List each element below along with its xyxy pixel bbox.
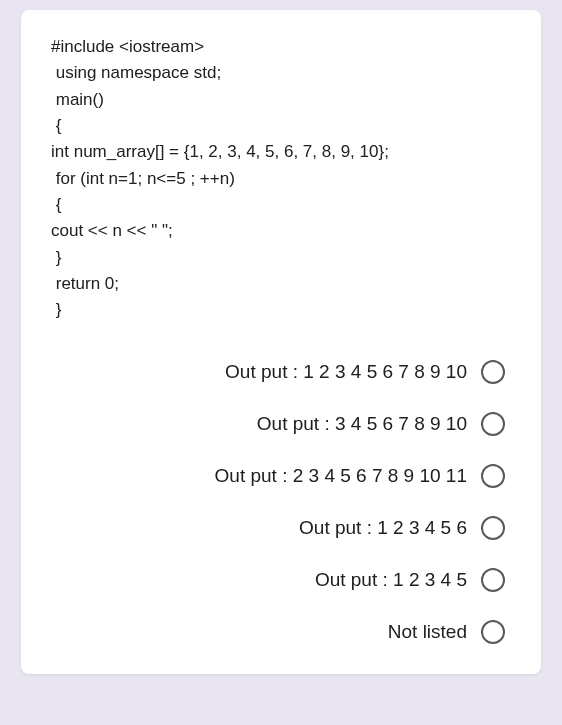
option-item[interactable]: Out put : 1 2 3 4 5: [315, 568, 505, 592]
radio-icon[interactable]: [481, 516, 505, 540]
code-line: for (int n=1; n<=5 ; ++n): [51, 169, 235, 188]
option-label: Not listed: [388, 621, 467, 643]
option-label: Out put : 3 4 5 6 7 8 9 10: [257, 413, 467, 435]
code-line: {: [51, 116, 61, 135]
options-list: Out put : 1 2 3 4 5 6 7 8 9 10 Out put :…: [51, 360, 511, 644]
code-line: {: [51, 195, 61, 214]
code-block: #include <iostream> using namespace std;…: [51, 34, 511, 324]
option-label: Out put : 1 2 3 4 5 6 7 8 9 10: [225, 361, 467, 383]
option-item[interactable]: Out put : 3 4 5 6 7 8 9 10: [257, 412, 505, 436]
code-line: main(): [51, 90, 104, 109]
code-line: #include <iostream>: [51, 37, 204, 56]
radio-icon[interactable]: [481, 412, 505, 436]
radio-icon[interactable]: [481, 464, 505, 488]
radio-icon[interactable]: [481, 360, 505, 384]
option-label: Out put : 2 3 4 5 6 7 8 9 10 11: [215, 465, 467, 487]
code-line: }: [51, 300, 61, 319]
option-label: Out put : 1 2 3 4 5 6: [299, 517, 467, 539]
code-line: int num_array[] = {1, 2, 3, 4, 5, 6, 7, …: [51, 142, 389, 161]
code-line: using namespace std;: [51, 63, 221, 82]
radio-icon[interactable]: [481, 620, 505, 644]
question-card: #include <iostream> using namespace std;…: [21, 10, 541, 674]
option-label: Out put : 1 2 3 4 5: [315, 569, 467, 591]
option-item[interactable]: Out put : 1 2 3 4 5 6: [299, 516, 505, 540]
code-line: return 0;: [51, 274, 119, 293]
option-item[interactable]: Not listed: [388, 620, 505, 644]
option-item[interactable]: Out put : 1 2 3 4 5 6 7 8 9 10: [225, 360, 505, 384]
radio-icon[interactable]: [481, 568, 505, 592]
code-line: }: [51, 248, 61, 267]
option-item[interactable]: Out put : 2 3 4 5 6 7 8 9 10 11: [215, 464, 505, 488]
code-line: cout << n << " ";: [51, 221, 173, 240]
